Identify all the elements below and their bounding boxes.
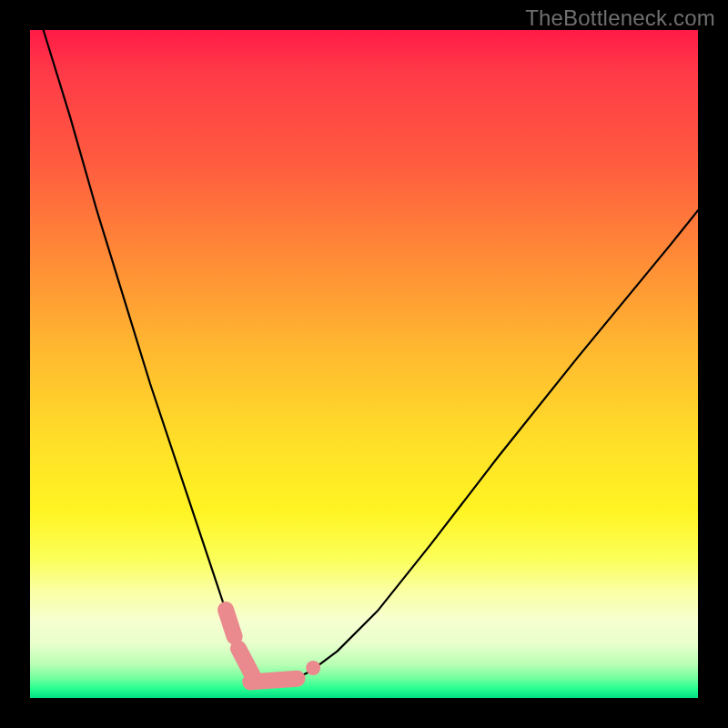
plot-area: [30, 30, 698, 698]
bead-dot: [306, 661, 320, 675]
watermark-text: TheBottleneck.com: [525, 5, 715, 31]
highlight-beads: [226, 610, 320, 682]
chart-frame: TheBottleneck.com: [0, 0, 728, 728]
curve-overlay: [30, 30, 698, 698]
bead-segment: [250, 679, 297, 682]
bead-segment: [238, 649, 253, 677]
bottleneck-curve: [44, 30, 698, 684]
bead-segment: [226, 610, 235, 636]
